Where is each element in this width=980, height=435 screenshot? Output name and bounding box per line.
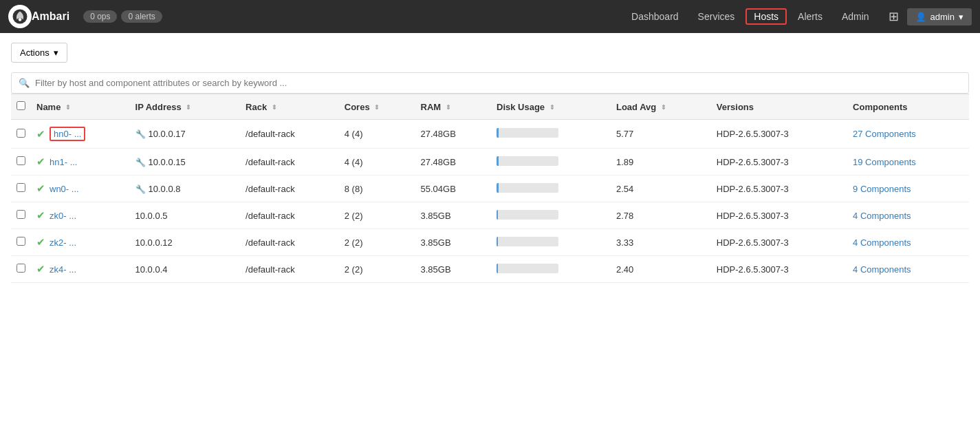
cores-value: 2 (2) xyxy=(345,237,363,248)
row-checkbox-cell xyxy=(11,202,31,229)
row-components-cell: 4 Components xyxy=(847,229,969,256)
nav-alerts[interactable]: Alerts xyxy=(790,8,831,25)
search-icon: 🔍 xyxy=(19,78,30,88)
search-input[interactable] xyxy=(35,78,961,88)
components-link[interactable]: 27 Components xyxy=(853,129,916,139)
row-name-cell: ✔ zk0- ... xyxy=(31,202,130,229)
disk-bar-fill xyxy=(497,156,499,166)
col-components: Components xyxy=(847,94,969,120)
row-ip-cell: 10.0.0.12 xyxy=(130,229,241,256)
row-version-cell: HDP-2.6.5.3007-3 xyxy=(711,176,847,202)
col-cores[interactable]: Cores ⇕ xyxy=(339,94,415,120)
disk-bar-fill xyxy=(497,264,498,273)
components-link[interactable]: 4 Components xyxy=(853,264,911,275)
col-ram[interactable]: RAM ⇕ xyxy=(415,94,491,120)
sort-ip-icon: ⇕ xyxy=(186,104,191,111)
table-row: ✔ zk0- ... 10.0.0.5 /default-rack 2 (2) … xyxy=(11,202,969,229)
row-checkbox-cell xyxy=(11,149,31,176)
disk-bar xyxy=(497,156,558,166)
row-version-cell: HDP-2.6.5.3007-3 xyxy=(711,120,847,149)
rack-value: /default-rack xyxy=(246,157,295,167)
row-components-cell: 4 Components xyxy=(847,256,969,283)
ops-badge[interactable]: 0 ops xyxy=(83,10,117,23)
sort-rack-icon: ⇕ xyxy=(272,104,277,111)
host-name-link[interactable]: zk4- ... xyxy=(50,264,76,275)
row-disk-cell xyxy=(491,256,611,283)
nav-admin[interactable]: Admin xyxy=(834,8,878,25)
row-components-cell: 9 Components xyxy=(847,176,969,202)
nav-services[interactable]: Services xyxy=(690,8,743,25)
sort-name-icon: ⇕ xyxy=(65,104,71,111)
cores-value: 2 (2) xyxy=(345,211,363,221)
actions-button[interactable]: Actions ▾ xyxy=(11,43,67,63)
components-link[interactable]: 4 Components xyxy=(853,211,911,221)
rack-value: /default-rack xyxy=(246,264,295,275)
disk-bar xyxy=(497,128,558,138)
row-disk-cell xyxy=(491,176,611,202)
version-value: HDP-2.6.5.3007-3 xyxy=(717,184,789,194)
host-name-link[interactable]: hn1- ... xyxy=(50,157,77,167)
host-name-link[interactable]: zk0- ... xyxy=(50,211,76,221)
col-rack[interactable]: Rack ⇕ xyxy=(240,94,339,120)
version-value: HDP-2.6.5.3007-3 xyxy=(717,237,789,248)
host-name-link[interactable]: hn0- ... xyxy=(50,127,85,141)
row-rack-cell: /default-rack xyxy=(240,120,339,149)
col-load[interactable]: Load Avg ⇕ xyxy=(611,94,711,120)
user-menu[interactable]: 👤 admin ▾ xyxy=(907,8,972,25)
nav-dashboard[interactable]: Dashboard xyxy=(623,8,687,25)
main-content: Actions ▾ 🔍 Name ⇕ IP Address ⇕ xyxy=(0,33,980,435)
load-value: 3.33 xyxy=(616,237,633,248)
wrench-icon: 🔧 xyxy=(135,129,146,139)
grid-icon[interactable]: ⊞ xyxy=(889,9,899,24)
col-name[interactable]: Name ⇕ xyxy=(31,94,130,120)
host-name-link[interactable]: zk2- ... xyxy=(50,237,76,248)
row-ip-cell: 🔧10.0.0.8 xyxy=(130,176,241,202)
row-checkbox[interactable] xyxy=(17,210,25,219)
rack-value: /default-rack xyxy=(246,211,295,221)
navbar: Ambari 0 ops 0 alerts Dashboard Services… xyxy=(0,0,980,33)
host-name-link[interactable]: wn0- ... xyxy=(50,184,79,194)
row-checkbox[interactable] xyxy=(17,183,25,192)
status-icon: ✔ xyxy=(36,156,45,168)
wrench-icon: 🔧 xyxy=(135,158,146,167)
col-ip[interactable]: IP Address ⇕ xyxy=(130,94,241,120)
load-value: 2.40 xyxy=(616,264,633,275)
row-ram-cell: 27.48GB xyxy=(415,149,491,176)
nav-hosts[interactable]: Hosts xyxy=(745,8,787,25)
components-link[interactable]: 19 Components xyxy=(853,157,916,167)
row-checkbox[interactable] xyxy=(17,156,25,165)
row-components-cell: 19 Components xyxy=(847,149,969,176)
components-link[interactable]: 4 Components xyxy=(853,237,911,248)
disk-bar xyxy=(497,183,558,193)
col-disk[interactable]: Disk Usage ⇕ xyxy=(491,94,611,120)
ram-value: 55.04GB xyxy=(421,184,456,194)
row-load-cell: 2.78 xyxy=(611,202,711,229)
row-checkbox-cell xyxy=(11,256,31,283)
disk-bar-fill xyxy=(497,183,499,193)
row-load-cell: 5.77 xyxy=(611,120,711,149)
row-rack-cell: /default-rack xyxy=(240,149,339,176)
app-name: Ambari xyxy=(32,10,69,23)
row-checkbox[interactable] xyxy=(17,129,25,138)
alerts-badge[interactable]: 0 alerts xyxy=(121,10,162,23)
row-disk-cell xyxy=(491,202,611,229)
select-all-checkbox[interactable] xyxy=(17,101,25,110)
row-checkbox[interactable] xyxy=(17,237,25,246)
row-ram-cell: 27.48GB xyxy=(415,120,491,149)
components-link[interactable]: 9 Components xyxy=(853,184,911,194)
row-name-cell: ✔ wn0- ... xyxy=(31,176,130,202)
version-value: HDP-2.6.5.3007-3 xyxy=(717,157,789,167)
row-ram-cell: 55.04GB xyxy=(415,176,491,202)
row-version-cell: HDP-2.6.5.3007-3 xyxy=(711,202,847,229)
ip-value: 10.0.0.17 xyxy=(149,129,186,139)
row-checkbox[interactable] xyxy=(17,264,25,273)
ip-value: 10.0.0.5 xyxy=(135,211,168,221)
version-value: HDP-2.6.5.3007-3 xyxy=(717,129,789,139)
table-row: ✔ hn0- ... 🔧10.0.0.17 /default-rack 4 (4… xyxy=(11,120,969,149)
ram-value: 3.85GB xyxy=(421,211,451,221)
row-cores-cell: 2 (2) xyxy=(339,229,415,256)
version-value: HDP-2.6.5.3007-3 xyxy=(717,211,789,221)
row-cores-cell: 2 (2) xyxy=(339,202,415,229)
row-rack-cell: /default-rack xyxy=(240,256,339,283)
ram-value: 3.85GB xyxy=(421,237,451,248)
